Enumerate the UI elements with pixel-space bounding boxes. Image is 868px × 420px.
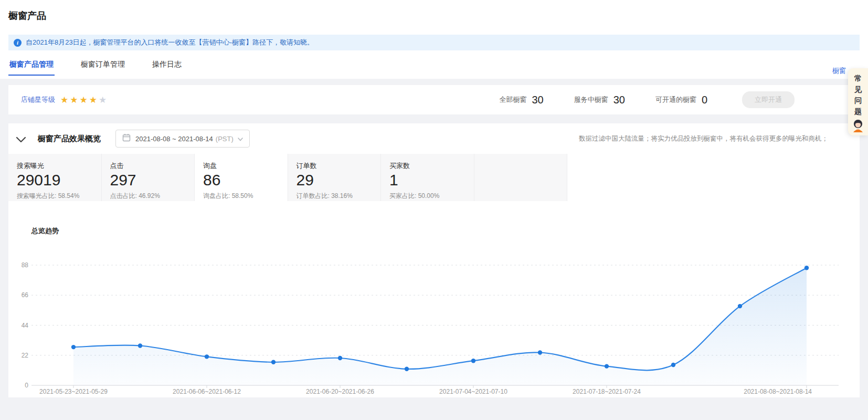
data-point xyxy=(338,356,342,360)
star-rating: ★★★★★ xyxy=(60,94,108,106)
x-axis-tick-label: 2021-07-18~2021-07-24 xyxy=(573,388,641,395)
metric-value: 297 xyxy=(110,172,195,188)
page-title: 橱窗产品 xyxy=(8,9,46,22)
info-icon: i xyxy=(14,39,22,47)
metric-tab-1[interactable]: 点击297点击占比: 46.92% xyxy=(102,154,195,201)
dropdown-chevron-icon xyxy=(238,134,243,143)
metric-tab-4[interactable]: 买家数1买家占比: 50.00% xyxy=(381,154,474,201)
metric-tab-empty xyxy=(474,154,568,201)
metric-label: 买家数 xyxy=(389,161,474,171)
metric-label: 点击 xyxy=(110,161,195,171)
star-icon: ★ xyxy=(60,95,70,105)
metric-tab-3[interactable]: 订单数29订单数占比: 38.16% xyxy=(288,154,382,201)
showcase-link[interactable]: 橱窗 xyxy=(832,66,846,76)
data-point xyxy=(71,345,76,349)
y-axis-tick-label: 66 xyxy=(22,291,29,299)
metric-sub: 搜索曝光占比: 58.54% xyxy=(17,192,101,201)
faq-widget[interactable]: 常见问题 xyxy=(848,68,868,135)
banner-text: 自2021年8月23日起，橱窗管理平台的入口将统一收敛至【营销中心-橱窗】路径下… xyxy=(26,38,314,47)
tab-bar: 橱窗产品管理 橱窗订单管理 操作日志 xyxy=(8,57,183,76)
data-point xyxy=(471,359,475,363)
metric-sub: 询盘占比: 58.50% xyxy=(203,192,288,201)
store-status-card: 店铺星等级 ★★★★★ 全部橱窗 30 服务中橱窗 30 可开通的橱窗 0 立即… xyxy=(8,85,860,114)
data-point xyxy=(138,343,142,348)
faq-label: 常见问题 xyxy=(854,73,862,117)
tab-showcase-product-management[interactable]: 橱窗产品管理 xyxy=(8,57,55,76)
data-notice: 数据过滤中国大陆流量；将实力优品投放到橱窗中，将有机会获得更多的曝光和商机； xyxy=(579,134,828,143)
metric-value: 86 xyxy=(203,172,288,188)
open-now-button[interactable]: 立即开通 xyxy=(742,91,795,108)
data-point xyxy=(271,360,276,364)
metric-sub: 点击占比: 46.92% xyxy=(110,192,195,201)
collapse-chevron-icon[interactable] xyxy=(16,135,26,142)
x-axis-tick-label: 2021-05-23~2021-05-29 xyxy=(39,388,108,395)
support-avatar-icon xyxy=(851,119,865,134)
date-range-text: 2021-08-08 ~ 2021-08-14 xyxy=(135,135,213,143)
timezone-text: (PST) xyxy=(216,135,234,143)
data-point xyxy=(605,364,609,368)
info-banner: i 自2021年8月23日起，橱窗管理平台的入口将统一收敛至【营销中心-橱窗】路… xyxy=(8,35,860,50)
metric-label: 询盘 xyxy=(203,161,288,171)
counter-openable-showcases: 可开通的橱窗 0 xyxy=(655,94,707,106)
y-axis-tick-label: 44 xyxy=(22,322,29,329)
tab-operation-log[interactable]: 操作日志 xyxy=(151,57,183,76)
data-point xyxy=(671,363,675,367)
trend-line-chart[interactable]: 0224466882021-05-23~2021-05-292021-06-06… xyxy=(8,235,860,396)
tab-showcase-order-management[interactable]: 橱窗订单管理 xyxy=(80,57,126,76)
chart-title: 总览趋势 xyxy=(31,226,59,236)
data-point xyxy=(805,266,809,270)
counter-value: 0 xyxy=(702,94,707,106)
section-header: 橱窗产品效果概览 2021-08-08 ~ 2021-08-14 (PST) 数… xyxy=(8,123,860,154)
star-icon: ★ xyxy=(70,95,79,105)
effect-overview-card: 橱窗产品效果概览 2021-08-08 ~ 2021-08-14 (PST) 数… xyxy=(8,123,860,397)
data-point xyxy=(538,350,542,354)
y-axis-tick-label: 22 xyxy=(22,352,29,359)
section-title: 橱窗产品效果概览 xyxy=(38,134,101,144)
x-axis-tick-label: 2021-08-08~2021-08-14 xyxy=(744,388,812,395)
data-point xyxy=(205,354,209,359)
x-axis-tick-label: 2021-06-20~2021-06-26 xyxy=(306,388,374,395)
calendar-icon xyxy=(122,133,131,144)
metric-tab-2[interactable]: 询盘86询盘占比: 58.50% xyxy=(195,154,288,201)
top-section: 橱窗产品 i 自2021年8月23日起，橱窗管理平台的入口将统一收敛至【营销中心… xyxy=(0,0,868,79)
showcase-counters: 全部橱窗 30 服务中橱窗 30 可开通的橱窗 0 xyxy=(499,94,707,106)
metric-sub: 订单数占比: 38.16% xyxy=(297,192,381,201)
date-range-picker[interactable]: 2021-08-08 ~ 2021-08-14 (PST) xyxy=(115,130,250,148)
line-area-fill xyxy=(73,268,807,385)
counter-label: 服务中橱窗 xyxy=(574,95,608,104)
counter-value: 30 xyxy=(532,94,543,106)
counter-label: 可开通的橱窗 xyxy=(655,95,696,104)
metric-label: 订单数 xyxy=(297,161,381,171)
x-axis-tick-label: 2021-06-06~2021-06-12 xyxy=(173,388,241,395)
store-rating-label[interactable]: 店铺星等级 xyxy=(21,95,55,104)
y-axis-tick-label: 0 xyxy=(25,382,28,389)
y-axis-tick-label: 88 xyxy=(22,261,29,269)
metric-sub: 买家占比: 50.00% xyxy=(389,192,474,201)
metric-tab-0[interactable]: 搜索曝光29019搜索曝光占比: 58.54% xyxy=(8,154,102,201)
counter-all-showcases: 全部橱窗 30 xyxy=(499,94,543,106)
metric-strip: 搜索曝光29019搜索曝光占比: 58.54%点击297点击占比: 46.92%… xyxy=(8,154,567,201)
counter-label: 全部橱窗 xyxy=(499,95,526,104)
metric-value: 29019 xyxy=(17,172,101,188)
metric-label: 搜索曝光 xyxy=(17,161,101,171)
metric-value: 29 xyxy=(297,172,381,188)
star-icon: ★ xyxy=(89,95,99,105)
star-icon: ★ xyxy=(99,95,108,105)
metric-value: 1 xyxy=(389,172,474,188)
counter-in-service-showcases: 服务中橱窗 30 xyxy=(574,94,625,106)
counter-value: 30 xyxy=(613,94,625,106)
data-point xyxy=(405,367,409,371)
x-axis-tick-label: 2021-07-04~2021-07-10 xyxy=(439,388,507,395)
data-point xyxy=(738,304,742,308)
star-icon: ★ xyxy=(80,95,89,105)
